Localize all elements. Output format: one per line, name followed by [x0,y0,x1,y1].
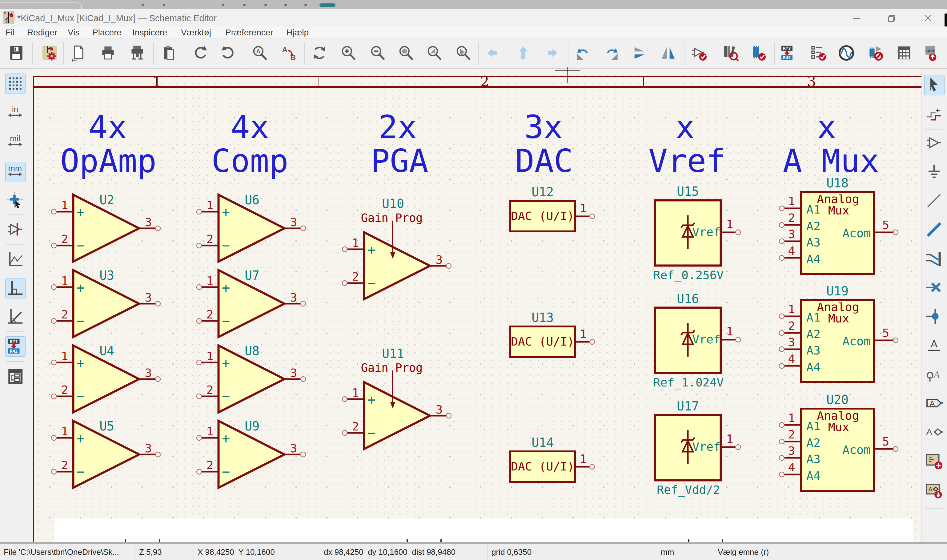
menu-præferencer[interactable]: Præferencer [225,28,273,37]
add-symbol-button[interactable]: −+ [924,133,944,153]
menu-inspicere[interactable]: Inspicere [132,28,168,37]
mux-input-label: A1 [806,312,821,323]
add-sheet-pin-button[interactable]: A [924,480,944,500]
add-junction-button[interactable] [924,306,944,327]
unit-mm-button[interactable]: mm [5,162,26,182]
minus-input-marker: − [368,276,376,290]
find-button[interactable]: A [251,44,268,62]
library-browser-button[interactable] [722,44,739,62]
plus-input-marker: + [368,393,376,406]
taskbar-accent [319,3,336,7]
nav-right-button[interactable] [542,44,559,62]
print-button[interactable] [99,44,117,62]
menu-placere[interactable]: Placere [92,28,122,37]
add-global-label-button[interactable]: A [924,393,944,414]
status-bar: File 'C:\Users\tbn\OneDrive\Sk...Z 5,93X… [0,544,947,560]
dac-body-text: DAC (U/I) [511,336,574,348]
annotate-button[interactable]: R??R42 [779,44,797,62]
taskbar-dot [264,4,267,6]
redo-button[interactable] [220,44,237,62]
find-replace-button[interactable]: AB [280,44,297,62]
ruler-divider [643,76,644,88]
grid-dots-button[interactable] [5,74,26,94]
add-sheet-button[interactable] [924,451,944,471]
paste-button[interactable] [161,44,178,62]
erc-button[interactable] [810,44,827,62]
refresh-button[interactable] [311,44,328,62]
zoom-objects-button[interactable] [426,44,443,62]
add-bus-entry-button[interactable] [924,249,944,269]
select-cursor-button[interactable] [924,75,944,95]
mirror-h-button[interactable] [631,44,648,62]
highlight-net-button[interactable] [924,104,944,124]
page-settings-button[interactable] [70,44,87,62]
menu-vis[interactable]: Vis [68,28,79,37]
ortho-mode-button[interactable] [5,278,26,298]
symbol-reference: U4 [99,345,114,357]
assign-footprints-button[interactable] [750,44,767,62]
add-netclass-button[interactable]: A [924,364,944,385]
svg-text:mm: mm [8,164,22,173]
symbol-reference: U18 [826,177,848,189]
cursor-shape-button[interactable] [5,190,26,211]
title-bar[interactable]: *KiCad_I_Mux [KiCad_I_Mux] — Schematic E… [0,9,947,26]
svg-text:R??: R?? [783,46,791,51]
desktop-strip [0,0,947,9]
schematic-canvas[interactable]: 123 4xOpAmp4xComp2xPGA3xDACxVrefxA Mux U… [32,69,922,544]
pin-number: 1 [352,387,359,398]
schematic-setup-button[interactable] [41,44,58,62]
zoom-selection-button[interactable] [454,44,472,62]
menu-fil[interactable]: Fil [6,28,15,37]
undo-button[interactable] [191,44,208,62]
fields-table-button[interactable] [896,44,913,62]
menu-hjælp[interactable]: Hjælp [286,28,309,37]
pin-number: 2 [61,233,68,245]
pin-number: 1 [788,412,795,424]
ortho-mode-icon [6,279,24,297]
symbol-properties-button[interactable] [690,44,708,62]
unit-in-button[interactable]: in [5,103,26,123]
add-bus-button[interactable] [924,220,944,240]
add-hier-label-button[interactable]: A [924,422,944,443]
footprint-checks-button[interactable] [867,44,884,62]
pin-number: 2 [61,384,68,396]
hierarchy-nav-button[interactable] [5,367,26,387]
mode-45-button[interactable] [5,306,26,327]
mirror-v-button[interactable] [659,44,677,62]
auto-annotate-button[interactable]: R??R42 [5,336,26,357]
free-angle-button[interactable] [5,249,26,269]
plot-button[interactable] [129,44,146,62]
minus-input-marker: − [77,239,85,252]
rotate-cw-button[interactable] [603,44,621,62]
dac-body-text: DAC (U/I) [511,210,574,222]
unit-mil-button[interactable]: mil [5,132,26,152]
zoom-fit-icon [397,44,414,62]
save-button[interactable] [8,44,25,62]
zoom-in-button[interactable] [340,44,357,62]
add-no-connect-button[interactable] [924,277,944,298]
pin-number: 2 [61,309,68,320]
pin-number: 2 [788,320,795,332]
zoom-fit-button[interactable] [397,44,414,62]
gain-prog-label: Gain Prog [361,212,423,224]
menu-bar: FilRedigerVisPlacereInspicereVærktøjPræf… [0,26,947,39]
svg-text:A: A [931,338,938,349]
add-power-button[interactable] [924,162,944,182]
kicad-app-icon [3,11,15,26]
auto-annotate-icon: R??R42 [6,337,24,355]
nav-left-button[interactable] [485,44,503,62]
menu-rediger[interactable]: Rediger [27,28,57,37]
zoom-out-button[interactable] [369,44,386,62]
mux-output-label: Acom [842,444,871,456]
add-label-button[interactable]: A [924,335,944,356]
restore-button[interactable] [886,13,897,23]
simulator-button[interactable] [838,44,855,62]
minimize-button[interactable] [851,13,862,23]
add-wire-button[interactable] [924,191,944,211]
close-button[interactable] [923,13,933,23]
hidden-pins-button[interactable]: −+ [5,219,26,240]
export-bom-button[interactable]: .bom [921,44,939,62]
menu-værktøj[interactable]: Værktøj [181,28,211,37]
rotate-ccw-button[interactable] [574,44,591,62]
nav-up-button[interactable] [514,44,532,62]
